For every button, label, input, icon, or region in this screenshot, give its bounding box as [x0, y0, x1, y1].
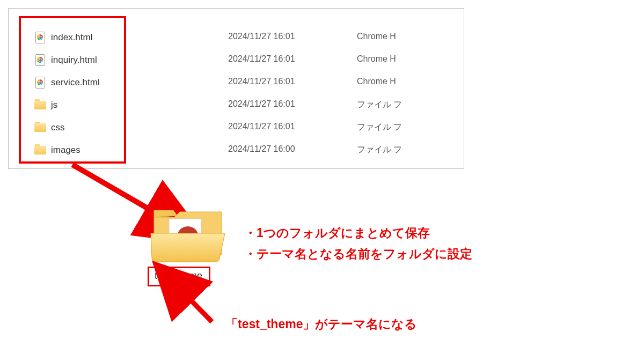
folder-name-text: test_theme — [155, 270, 202, 281]
file-date: 2024/11/27 16:01 — [228, 122, 295, 131]
file-row[interactable]: service.html — [30, 72, 100, 93]
file-date: 2024/11/27 16:01 — [228, 54, 295, 64]
annotation-line2: ・テーマ名となる名前をフォルダに設定 — [244, 244, 472, 264]
file-date: 2024/11/27 16:00 — [228, 144, 295, 154]
chrome-file-icon — [30, 78, 51, 87]
file-name: service.html — [51, 77, 100, 88]
folder-icon — [30, 123, 51, 132]
file-row[interactable]: images — [30, 139, 80, 161]
file-name: js — [51, 100, 57, 110]
file-name: css — [51, 122, 65, 133]
file-name: inquiry.html — [51, 55, 97, 65]
file-type: ファイル フ — [357, 144, 402, 156]
annotation-line1: ・1つのフォルダにまとめて保存 — [244, 223, 472, 244]
file-type: Chrome H — [357, 77, 396, 86]
folder-name-label: test_theme — [148, 267, 210, 286]
file-row[interactable]: inquiry.html — [30, 49, 97, 71]
file-date: 2024/11/27 16:01 — [228, 77, 295, 86]
svg-line-0 — [72, 165, 156, 213]
folder-icon — [30, 146, 51, 154]
annotation-main: ・1つのフォルダにまとめて保存 ・テーマ名となる名前をフォルダに設定 — [244, 223, 472, 264]
file-row[interactable]: index.html — [30, 27, 92, 48]
diagram-canvas: index.html2024/11/27 16:01Chrome Hinquir… — [0, 0, 644, 354]
annotation-bottom: 「test_theme」がテーマ名になる — [225, 314, 417, 335]
file-row[interactable]: js — [30, 94, 57, 116]
file-type: ファイル フ — [357, 99, 402, 110]
file-type: Chrome H — [357, 54, 396, 64]
file-type: Chrome H — [357, 32, 396, 41]
folder-icon — [30, 101, 51, 109]
chrome-file-icon — [30, 33, 51, 42]
file-date: 2024/11/27 16:01 — [228, 99, 295, 109]
svg-line-2 — [186, 295, 212, 322]
file-name: index.html — [51, 32, 92, 43]
chrome-file-icon — [30, 55, 51, 65]
file-name: images — [51, 145, 80, 156]
file-type: ファイル フ — [357, 122, 402, 133]
file-row[interactable]: css — [30, 117, 65, 138]
file-date: 2024/11/27 16:01 — [228, 32, 295, 41]
